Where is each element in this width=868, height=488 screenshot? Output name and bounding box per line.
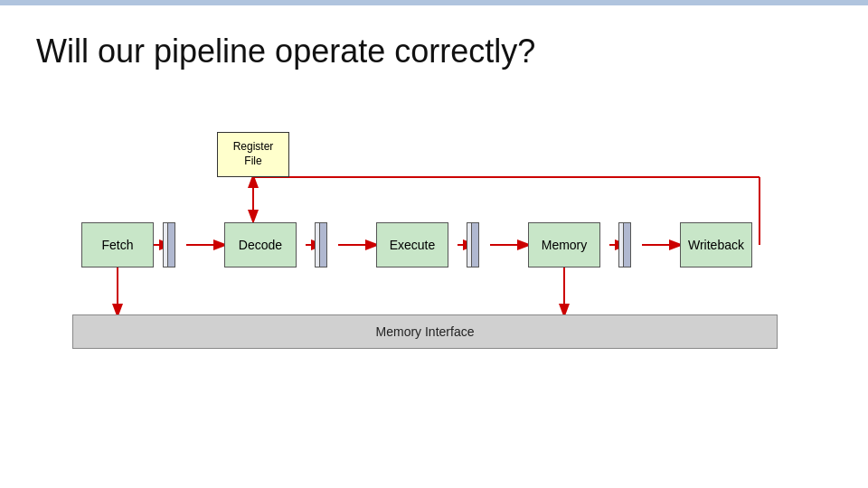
decode-label: Decode (239, 238, 282, 252)
slide: Will our pipeline operate correctly? (0, 0, 868, 488)
memory-label: Memory (542, 238, 588, 252)
pipe-reg-1 (163, 222, 179, 267)
pipe-reg-4 (618, 222, 635, 267)
decode-stage: Decode (224, 222, 297, 267)
register-file-box: RegisterFile (217, 132, 289, 177)
execute-stage: Execute (376, 222, 448, 267)
fetch-stage: Fetch (81, 222, 154, 267)
diagram-area: RegisterFile Fetch Decode Execute (72, 132, 796, 349)
writeback-stage: Writeback (680, 222, 752, 267)
pipe-reg-2 (315, 222, 331, 267)
fetch-label: Fetch (101, 238, 133, 252)
memory-interface-bar: Memory Interface (72, 314, 778, 349)
memory-stage: Memory (528, 222, 600, 267)
slide-title: Will our pipeline operate correctly? (0, 5, 868, 80)
memory-interface-label: Memory Interface (376, 324, 475, 339)
pipe-reg-3 (467, 222, 483, 267)
writeback-label: Writeback (688, 238, 744, 252)
register-file-label: RegisterFile (233, 140, 274, 168)
execute-label: Execute (390, 238, 436, 252)
